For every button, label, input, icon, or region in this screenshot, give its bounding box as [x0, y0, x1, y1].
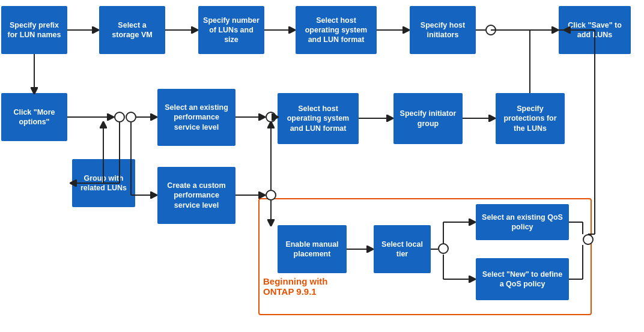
- arrows-svg: [0, 0, 644, 332]
- diagram: Beginning withONTAP 9.9.1 Specify prefix…: [0, 0, 644, 332]
